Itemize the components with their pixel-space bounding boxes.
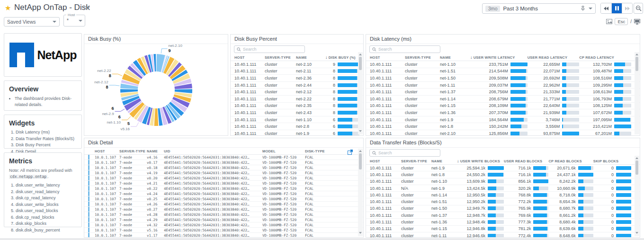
table-row[interactable]: 10.40.1.111clusternet-1.37208,756M21,333… (366, 89, 640, 96)
column-header-disk-busy-[interactable]: ↓DISK BUSY (%) (325, 55, 359, 60)
metric-cell: 197,095M (579, 117, 636, 122)
column-header-uid[interactable]: UID (164, 149, 262, 153)
column-header-name[interactable]: NAME (440, 55, 470, 60)
table-row[interactable]: 10.40.1.111clusternet-2.448 (231, 82, 363, 89)
table-row[interactable]: 10.40.1.111clusternet-1.1112,946.6k772.4… (366, 232, 640, 238)
table-row[interactable]: 10.0.1.1077-modev0.184E455441:50502020:5… (84, 165, 363, 170)
column-header-user-read-blocks[interactable]: USER READ BLOCKS (504, 159, 548, 163)
column-header-server-type[interactable]: SERVER-TYPE (401, 159, 431, 163)
table-row[interactable]: 10.0.1.1077-modev0.274E455441:50502020:5… (84, 207, 363, 212)
pin-icon[interactable] (580, 6, 586, 11)
table-row[interactable]: 10.0.1.1077-modev1.174E455441:50502020:5… (84, 233, 363, 238)
column-header-user-read-latency[interactable]: USER READ LATENCY (528, 55, 580, 60)
saved-views-select[interactable]: Saved Views (4, 17, 60, 27)
table-row[interactable]: 10.40.1.111clusternet-1.51214,544M22,071… (366, 68, 640, 75)
table-row[interactable]: 10.40.1.111clusternet-2.358 (231, 103, 363, 110)
column-header-user-write-blocks[interactable]: ↓USER WRITE BLOCKS (457, 159, 504, 163)
column-header-host[interactable]: HOST (370, 159, 401, 163)
column-header-server-type[interactable]: SERVER-TYPE (119, 149, 147, 153)
forward-button[interactable] (622, 3, 632, 13)
time-range-picker[interactable]: 3mo Past 3 Months (482, 3, 596, 14)
table-row[interactable]: 10.40.1.111clusternet-1.50209,508M20,692… (366, 75, 640, 82)
table-row[interactable]: 10.0.1.1077-modev0.224E455441:50502020:5… (84, 186, 363, 191)
cell-server: cluster (265, 97, 296, 101)
table-row[interactable]: 10.40.1.111clusternet-1.3712,948.7k769.6… (366, 212, 640, 219)
table-row[interactable]: 10.40.1.111clusternet-1.15208,109M22,640… (366, 103, 640, 110)
column-header-name[interactable]: NAME (147, 149, 164, 153)
host-filter[interactable]: Host * (63, 15, 85, 27)
zoom-out-button[interactable] (634, 3, 643, 14)
column-header-name[interactable]: NAME (296, 55, 325, 60)
table-row[interactable]: 10.40.1.111clusternet-1.1013,609.9k856.1… (366, 178, 640, 185)
column-header-host[interactable]: HOST (95, 149, 119, 153)
open-external-icon[interactable] (348, 150, 353, 155)
table-row[interactable]: 10.0.1.1077-modev4.294E455441:50502020:5… (84, 217, 363, 222)
table-row[interactable]: 10.0.1.1077-modev4.284E455441:50502020:5… (84, 212, 363, 217)
column-header-server-type[interactable]: SERVER-TYPE (265, 55, 296, 60)
table-row[interactable]: 10.40.1.111clusternet-2.118 (231, 68, 363, 75)
table-row[interactable]: 10.0.1.1077-modev0.254E455441:50502020:5… (84, 196, 363, 202)
cell-host: 10.0.1.107 (95, 181, 119, 186)
column-header-model[interactable]: MODEL (262, 149, 305, 153)
table-row[interactable]: 10.0.1.1077-modev4.194E455441:50502020:5… (84, 170, 363, 176)
table-row[interactable]: 10.40.1.111clusternet-1.5112,950.2k772.2… (366, 198, 640, 205)
column-header-server-type[interactable]: SERVER-TYPE (405, 55, 440, 60)
image-icon[interactable] (606, 19, 612, 24)
favorite-star-icon[interactable]: ★ (5, 4, 11, 12)
column-header-skip-blocks[interactable]: SKIP BLOCKS (593, 159, 636, 163)
time-range-caret-icon[interactable] (589, 8, 592, 9)
table-row[interactable]: 10.40.1.111clusternet-2.86 (231, 123, 363, 130)
table-row[interactable]: 10.0.1.1077-modev0.204E455441:50502020:5… (84, 176, 363, 181)
table-row[interactable]: 10.40.1.111clusternet-1.11209,037M22,962… (366, 82, 640, 89)
table-row[interactable]: 10.40.1.111N/Anet-1.913,424.5k320.2k10,6… (366, 185, 640, 192)
table-row[interactable]: 10.40.1.111clusternet-2.128 (231, 89, 363, 96)
column-header-disk-type[interactable]: DISK-TYPE (305, 149, 333, 153)
table-row[interactable]: 10.0.1.1077-modev4.244E455441:50502020:5… (84, 191, 363, 196)
scrollbar[interactable] (358, 52, 363, 134)
search-input[interactable]: Search (234, 45, 305, 53)
scrollbar[interactable] (358, 149, 363, 236)
table-row[interactable]: 10.40.1.111clusternet-1.8150,242M3,556M2… (366, 123, 640, 130)
table-row[interactable]: 10.0.1.1077-modev4.324E455441:50502020:5… (84, 222, 363, 228)
table-row[interactable]: 10.0.1.1077-modev5.164E455441:50502020:5… (84, 228, 363, 233)
column-header-user-write-latency[interactable]: ↓USER WRITE LATENCY (470, 55, 528, 60)
table-row[interactable]: 10.0.1.1077-modev0.174E455441:50502020:5… (84, 160, 363, 165)
table-row[interactable]: 10.40.1.111clusternet-1.3612,948.4k777.3… (366, 219, 640, 225)
table-row[interactable]: 10.0.1.1077-modev4.264E455441:50502020:5… (84, 202, 363, 207)
metric-value: 109,295M (593, 83, 612, 88)
table-row[interactable]: 10.40.1.111clusternet-1.106 (231, 116, 363, 124)
table-row[interactable]: 10.0.1.1077-modev4.164E455441:50502020:5… (84, 155, 363, 160)
table-row[interactable]: 10.40.1.111clusternet-1.96 (231, 130, 363, 136)
table-row[interactable]: 10.40.1.111clusternet-2.228 (231, 96, 363, 103)
table-row[interactable]: 10.0.1.1077-modev4.214E455441:50502020:5… (84, 181, 363, 186)
table-row[interactable]: 10.40.1.111clusternet-1.925,594.1k716.1k… (366, 165, 640, 171)
table-row[interactable]: 10.40.1.111clusternet-1.5012,949.7k765.9… (366, 205, 640, 212)
column-header-host[interactable]: HOST (370, 55, 405, 60)
donut-chart[interactable]: net-2.1095v5.166net-1.106net-2.9net-2.12… (84, 44, 228, 135)
table-row[interactable]: 10.40.1.111clusternet-2.10125,856M93,875… (366, 130, 640, 136)
scrollbar[interactable] (635, 52, 639, 134)
search-input[interactable]: Search (369, 149, 440, 157)
donut-slice[interactable] (154, 108, 159, 126)
pause-button[interactable] (611, 3, 622, 13)
cell-server: cluster (405, 89, 440, 94)
search-input[interactable]: Search (369, 45, 440, 53)
table-row[interactable]: 10.40.1.111clusternet-1.14208,679M21,771… (366, 96, 640, 103)
scrollbar[interactable] (635, 156, 639, 236)
table-row[interactable]: 10.40.1.111clusternet-2.109 (231, 61, 363, 68)
table-row[interactable]: 10.40.1.111clusternet-1.10233,751M22,655… (366, 61, 640, 68)
table-row[interactable]: 10.40.1.111clusternet-1.824,550.2k716.1k… (366, 171, 640, 178)
chevron-down-icon[interactable] (85, 7, 90, 9)
column-header-host[interactable]: HOST (234, 55, 265, 60)
table-row[interactable]: 10.40.1.111clusternet-1.9184,564M3,746M1… (366, 116, 640, 124)
column-header-name[interactable]: NAME (431, 159, 457, 163)
rewind-button[interactable] (601, 3, 611, 13)
column-header-cp-read-blocks[interactable]: CP READ BLOCKS (548, 159, 593, 163)
table-row[interactable]: 10.40.1.111clusternet-1.36207,370M21,939… (366, 109, 640, 116)
table-row[interactable]: 10.40.1.111clusternet-1.1512,946.8k781.2… (366, 226, 640, 232)
table-row[interactable]: 10.40.1.111clusternet-2.438 (231, 109, 363, 116)
monitor-icon[interactable] (634, 19, 640, 25)
table-row[interactable]: 10.40.1.111clusternet-2.368 (231, 75, 363, 82)
table-row[interactable]: 10.40.1.111clusternet-1.1412,950.5k768.8… (366, 192, 640, 198)
column-header-cp-read-latency[interactable]: CP READ LATENCY (579, 55, 636, 60)
